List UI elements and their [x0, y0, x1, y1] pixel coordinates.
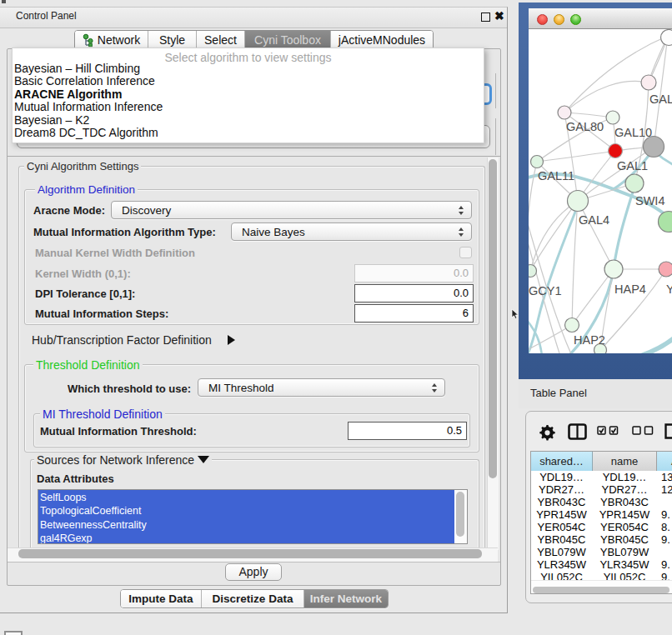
svg-text:GAL4: GAL4 — [579, 213, 609, 227]
svg-text:GAL10: GAL10 — [614, 126, 652, 139]
svg-text:HAP4: HAP4 — [614, 282, 646, 296]
svg-text:GAL80: GAL80 — [566, 120, 604, 133]
svg-text:GCY1: GCY1 — [529, 284, 562, 298]
svg-text:GAL1: GAL1 — [617, 159, 648, 172]
svg-text:HAP2: HAP2 — [574, 333, 605, 347]
svg-text:SWI4: SWI4 — [635, 194, 664, 208]
svg-text:Y: Y — [666, 282, 672, 296]
svg-text:GAL11: GAL11 — [538, 169, 574, 182]
svg-text:GAL: GAL — [649, 92, 672, 106]
